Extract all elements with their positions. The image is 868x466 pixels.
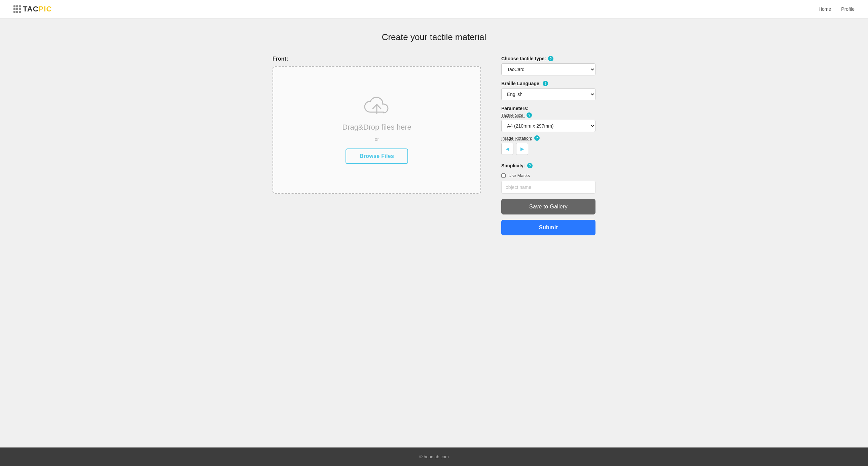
upload-section: Front: Drag&Drop files here or Browse Fi…	[273, 56, 481, 194]
browse-files-button[interactable]: Browse Files	[345, 148, 408, 164]
logo-text: TACPIC	[23, 5, 52, 13]
braille-language-label: Braille Language: ?	[501, 81, 595, 86]
submit-button[interactable]: Submit	[501, 220, 595, 235]
tactile-size-field: Tactile Size: ? A4 (210mm x 297mm)	[501, 113, 595, 132]
upload-cloud-icon	[363, 96, 390, 116]
tactile-type-help-icon[interactable]: ?	[548, 56, 553, 61]
footer-text: © headlab.com	[419, 454, 449, 459]
nav-profile[interactable]: Profile	[841, 6, 855, 12]
rotate-right-button[interactable]: ▶	[516, 143, 528, 155]
braille-language-help-icon[interactable]: ?	[542, 81, 548, 86]
rotation-buttons: ◀ ▶	[501, 143, 595, 155]
use-masks-checkbox[interactable]	[501, 173, 506, 178]
image-rotation-field: Image Rotation: ? ◀ ▶	[501, 135, 595, 157]
parameters-label: Parameters:	[501, 106, 595, 111]
header: TACPIC Home Profile	[0, 0, 868, 19]
tactile-size-help-icon[interactable]: ?	[527, 113, 532, 118]
parameters-section: Parameters: Tactile Size: ? A4 (210mm x …	[501, 106, 595, 157]
nav-home[interactable]: Home	[818, 6, 831, 12]
braille-language-field: Braille Language: ? English	[501, 81, 595, 100]
image-rotation-help-icon[interactable]: ?	[534, 135, 540, 141]
drag-drop-text: Drag&Drop files here	[342, 123, 411, 132]
right-panel: Choose tactile type: ? TacCard Braille L…	[501, 56, 595, 235]
image-rotation-label: Image Rotation: ?	[501, 135, 595, 141]
simplicity-label: Simplicity: ?	[501, 163, 595, 168]
simplicity-help-icon[interactable]: ?	[527, 163, 533, 168]
logo-tac: TAC	[23, 5, 39, 13]
content-area: Front: Drag&Drop files here or Browse Fi…	[249, 56, 619, 235]
tactile-size-select[interactable]: A4 (210mm x 297mm)	[501, 120, 595, 132]
save-to-gallery-button[interactable]: Save to Gallery	[501, 199, 595, 214]
or-text: or	[375, 136, 379, 142]
rotate-left-button[interactable]: ◀	[501, 143, 514, 155]
main-content: Create your tactile material Front: Drag…	[0, 19, 868, 447]
parameters-group: Tactile Size: ? A4 (210mm x 297mm) Image…	[501, 113, 595, 157]
dropzone[interactable]: Drag&Drop files here or Browse Files	[273, 66, 481, 194]
footer: © headlab.com	[0, 447, 868, 466]
nav: Home Profile	[818, 6, 855, 12]
logo: TACPIC	[13, 5, 52, 13]
tactile-type-field: Choose tactile type: ? TacCard	[501, 56, 595, 76]
object-name-input[interactable]	[501, 181, 595, 194]
simplicity-section: Simplicity: ? Use Masks	[501, 163, 595, 194]
tactile-type-label: Choose tactile type: ?	[501, 56, 595, 61]
logo-pic: PIC	[39, 5, 52, 13]
tactile-type-select[interactable]: TacCard	[501, 63, 595, 76]
page-title: Create your tactile material	[382, 32, 487, 42]
logo-grid-icon	[13, 5, 21, 13]
tactile-size-label: Tactile Size: ?	[501, 113, 595, 118]
front-label: Front:	[273, 56, 481, 62]
braille-language-select[interactable]: English	[501, 88, 595, 100]
use-masks-label[interactable]: Use Masks	[501, 173, 595, 178]
